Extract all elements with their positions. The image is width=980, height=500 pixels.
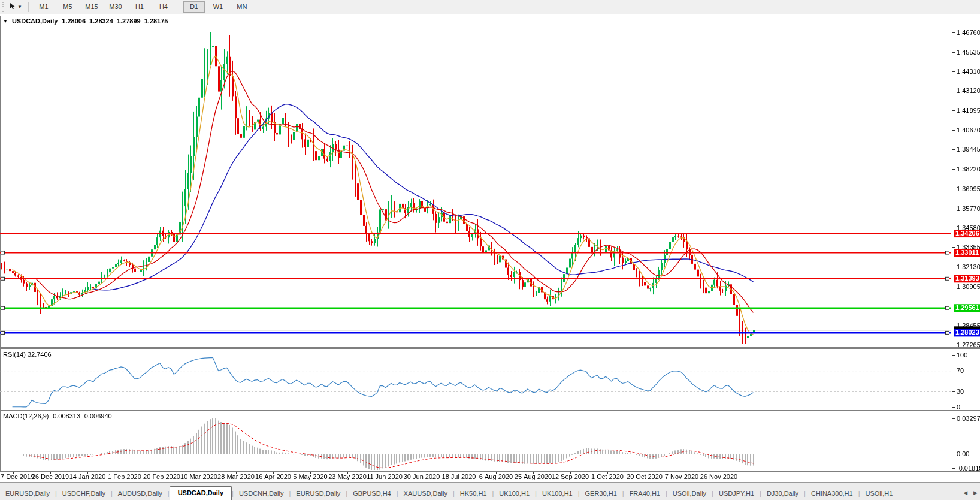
chart-tab-usoil-daily[interactable]: USOil,Daily	[667, 487, 712, 500]
chart-tab-eurusd-daily[interactable]: EURUSD,Daily	[0, 487, 55, 500]
timeframe-button-mn[interactable]: MN	[231, 1, 253, 13]
high-value: 1.28324	[89, 17, 113, 25]
timeframe-button-m15[interactable]: M15	[81, 1, 102, 13]
macd-indicator-label: MACD(12,26,9) -0.008313 -0.006940	[3, 412, 112, 420]
chart-tab-eurusd-daily[interactable]: EURUSD,Daily	[291, 487, 346, 500]
low-value: 1.27899	[117, 17, 141, 25]
chart-tab-hk50-h1[interactable]: HK50,H1	[455, 487, 492, 500]
mt4-window: ▼ M1M5M15M30H1H4D1W1MN ▼ USDCAD,Daily 1.…	[0, 0, 980, 500]
timeframe-button-h1[interactable]: H1	[129, 1, 150, 13]
chart-tab-dj30-daily[interactable]: DJ30,Daily	[761, 487, 804, 500]
top-toolbar: ▼ M1M5M15M30H1H4D1W1MN	[0, 0, 980, 14]
timeframe-button-m1[interactable]: M1	[33, 1, 55, 13]
timeframe-button-m5[interactable]: M5	[57, 1, 78, 13]
toolbar-divider	[28, 2, 29, 12]
chart-tab-usdjpy-h1[interactable]: USDJPY,H1	[713, 487, 760, 500]
toolbar-grip[interactable]	[2, 2, 4, 12]
scroll-left-icon[interactable]: ◀	[963, 490, 967, 496]
chart-title: ▼ USDCAD,Daily 1.28006 1.28324 1.27899 1…	[3, 17, 168, 25]
chart-tab-bar: EURUSD,Daily|USDCHF,Daily|AUDUSD,Daily|U…	[0, 482, 980, 500]
chevron-down-icon: ▼	[17, 4, 22, 10]
chart-tab-usdchf-daily[interactable]: USDCHF,Daily	[57, 487, 111, 500]
chart-tab-usdcad-daily[interactable]: USDCAD,Daily	[170, 486, 232, 500]
tab-scroll-arrows[interactable]: ◀▶	[958, 490, 978, 496]
chart-tab-china300-h1[interactable]: CHINA300,H1	[806, 487, 858, 500]
cursor-tool-button[interactable]: ▼	[7, 1, 25, 13]
chart-tab-usoil-h1[interactable]: USOil,H1	[860, 487, 899, 500]
timeframe-button-w1[interactable]: W1	[207, 1, 229, 13]
open-value: 1.28006	[62, 17, 86, 25]
cursor-icon	[9, 2, 16, 13]
scroll-right-icon[interactable]: ▶	[973, 490, 978, 496]
chart-tab-fra40-h1[interactable]: FRA40,H1	[624, 487, 666, 500]
chart-tab-uk100-h1[interactable]: UK100,H1	[537, 487, 578, 500]
chart-tab-usdcnh-daily[interactable]: USDCNH,Daily	[234, 487, 289, 500]
chart-tab-uk100-h1[interactable]: UK100,H1	[494, 487, 535, 500]
chart-tab-xauusd-daily[interactable]: XAUUSD,Daily	[398, 487, 453, 500]
chart-tab-ger30-h1[interactable]: GER30,H1	[580, 487, 622, 500]
timeframe-button-group: M1M5M15M30H1H4D1W1MN	[32, 1, 254, 13]
symbol-label: USDCAD,Daily	[12, 17, 58, 25]
chart-tab-gbpusd-h4[interactable]: GBPUSD,H4	[347, 487, 397, 500]
rsi-indicator-label: RSI(14) 32.7406	[3, 351, 52, 358]
close-value: 1.28175	[144, 17, 168, 25]
timeframe-button-m30[interactable]: M30	[105, 1, 126, 13]
collapse-triangle-icon: ▼	[3, 19, 8, 24]
timeframe-button-h4[interactable]: H4	[153, 1, 174, 13]
timeframe-button-d1[interactable]: D1	[183, 1, 205, 13]
chart-tab-audusd-daily[interactable]: AUDUSD,Daily	[113, 487, 168, 500]
chart-canvas[interactable]	[0, 0, 980, 500]
toolbar-divider	[179, 2, 179, 12]
